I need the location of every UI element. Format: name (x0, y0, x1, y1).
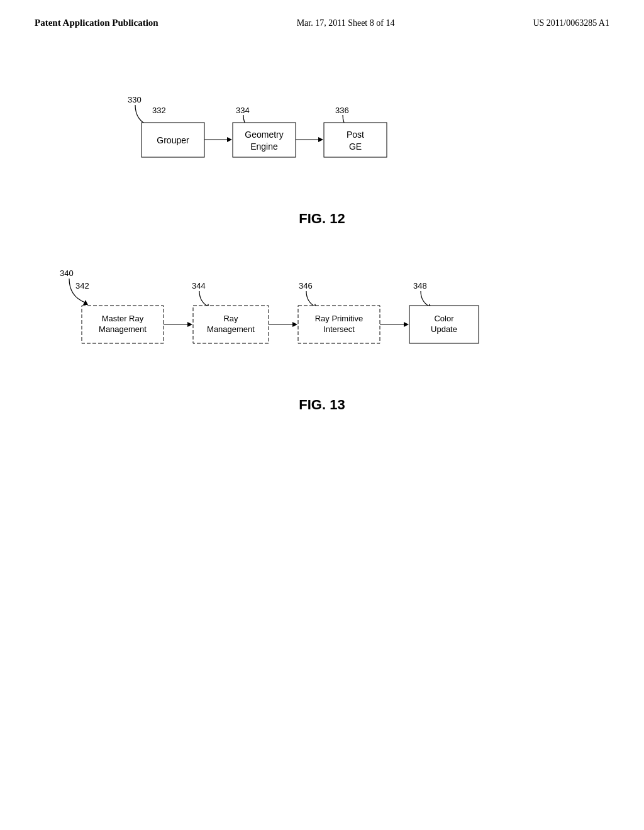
fig12-section: 330 332 Grouper 334 Geometry (35, 91, 609, 227)
label-334: 334 (236, 106, 250, 115)
box-color-update: Color (434, 314, 454, 323)
label-348: 348 (413, 281, 427, 290)
svg-text:Update: Update (431, 324, 457, 334)
fig13-section: 340 342 Master Ray Management 344 (35, 265, 609, 413)
box-geometry-engine: Geometry (245, 130, 283, 140)
svg-marker-3 (227, 137, 232, 142)
box-master-ray: Master Ray (102, 314, 144, 323)
box-ray-management: Ray (223, 314, 238, 323)
svg-text:Intersect: Intersect (323, 324, 355, 334)
box-post-ge: Post (347, 130, 364, 140)
svg-marker-8 (318, 137, 323, 142)
svg-marker-16 (187, 322, 192, 327)
label-344: 344 (192, 281, 206, 290)
svg-rect-5 (233, 123, 296, 157)
label-342: 342 (75, 281, 89, 290)
svg-marker-26 (404, 322, 409, 327)
svg-marker-21 (292, 322, 297, 327)
box-ray-primitive: Ray Primitive (315, 314, 364, 323)
label-336: 336 (335, 106, 349, 115)
label-330: 330 (128, 95, 142, 104)
fig12-diagram-area: 330 332 Grouper 334 Geometry (35, 91, 609, 198)
svg-rect-10 (324, 123, 387, 157)
svg-marker-12 (83, 300, 88, 305)
box-grouper: Grouper (157, 135, 189, 145)
fig12-title: FIG. 12 (35, 211, 609, 227)
svg-text:Engine: Engine (250, 141, 278, 152)
label-332: 332 (152, 106, 166, 115)
fig13-title: FIG. 13 (35, 397, 609, 413)
header-right: US 2011/0063285 A1 (533, 18, 609, 28)
svg-text:GE: GE (349, 141, 362, 152)
fig13-diagram-area: 340 342 Master Ray Management 344 (35, 265, 609, 384)
header-left: Patent Application Publication (35, 18, 158, 28)
svg-text:Management: Management (99, 324, 147, 334)
page-header: Patent Application Publication Mar. 17, … (0, 0, 644, 28)
header-center: Mar. 17, 2011 Sheet 8 of 14 (297, 18, 395, 28)
svg-text:Management: Management (207, 324, 255, 334)
main-content: 330 332 Grouper 334 Geometry (0, 28, 644, 438)
label-346: 346 (299, 281, 313, 290)
label-340: 340 (60, 268, 74, 278)
